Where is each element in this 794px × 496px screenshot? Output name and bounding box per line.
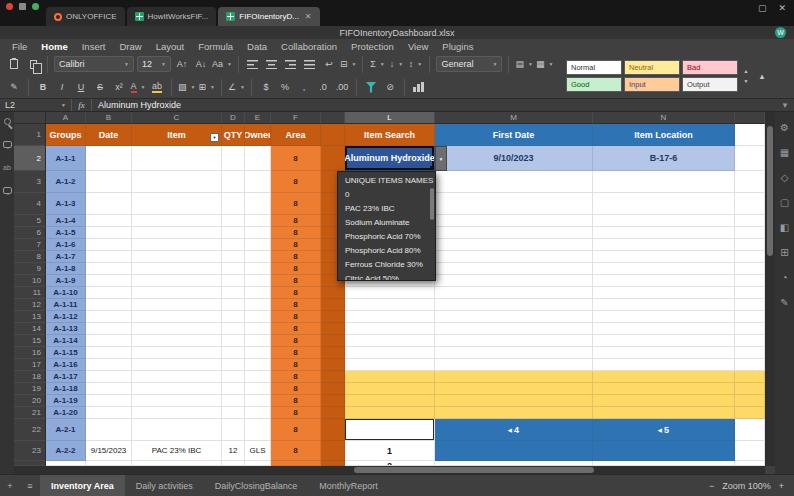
cell-A5[interactable]: A-1-4 [46, 215, 86, 227]
pivot-settings-icon[interactable]: ⊞ [780, 247, 788, 258]
cell-D3[interactable] [222, 171, 245, 193]
decrease-font-button[interactable]: A↓ [193, 56, 209, 72]
cell-X22[interactable] [735, 419, 765, 441]
cell-B4[interactable] [86, 193, 132, 215]
item-filter-button[interactable]: ▼ [210, 133, 219, 142]
copy-button[interactable] [25, 56, 41, 72]
cell-L14[interactable] [345, 323, 435, 335]
cell-N3[interactable] [593, 171, 735, 193]
zoom-in-button[interactable]: + [779, 481, 784, 491]
cell-G14[interactable] [321, 323, 345, 335]
cell-X11[interactable] [735, 287, 765, 299]
cell-N11[interactable] [593, 287, 735, 299]
cell-M16[interactable] [435, 347, 593, 359]
dropdown-scrollbar[interactable] [430, 188, 434, 220]
cell-B5[interactable] [86, 215, 132, 227]
cell-E19[interactable] [245, 383, 271, 395]
align-justify-button[interactable] [302, 56, 318, 72]
cell-E16[interactable] [245, 347, 271, 359]
cell-X18[interactable] [735, 371, 765, 383]
cell-N12[interactable] [593, 299, 735, 311]
cell-style-bad[interactable]: Bad [682, 60, 738, 75]
cell-E21[interactable] [245, 407, 271, 419]
cell-D18[interactable] [222, 371, 245, 383]
cell-C8[interactable] [132, 251, 222, 263]
cell-B11[interactable] [86, 287, 132, 299]
sheet-tab-inventory-area[interactable]: Inventory Area [40, 475, 125, 496]
cell-A17[interactable]: A-1-16 [46, 359, 86, 371]
cell-F12[interactable]: 8 [271, 299, 321, 311]
cell-G15[interactable] [321, 335, 345, 347]
format-as-table-button[interactable]: ▦▼ [536, 56, 553, 72]
cell-X5[interactable] [735, 215, 765, 227]
cell-B17[interactable] [86, 359, 132, 371]
cell-M8[interactable] [435, 251, 593, 263]
cell-G17[interactable] [321, 359, 345, 371]
cell-A13[interactable]: A-1-12 [46, 311, 86, 323]
cell-B9[interactable] [86, 263, 132, 275]
cell-D20[interactable] [222, 395, 245, 407]
cell-M19[interactable] [435, 383, 593, 395]
cell-D14[interactable] [222, 323, 245, 335]
cell-C11[interactable] [132, 287, 222, 299]
cell-L17[interactable] [345, 359, 435, 371]
dropdown-item-3[interactable]: Sodium Aluminate [338, 216, 435, 230]
cell-X15[interactable] [735, 335, 765, 347]
cell-C17[interactable] [132, 359, 222, 371]
cell-X20[interactable] [735, 395, 765, 407]
sheet-list-button[interactable]: ≡ [20, 475, 40, 496]
cell-style-neutral[interactable]: Neutral [624, 60, 680, 75]
wrap-text-button[interactable]: ↩ [321, 56, 337, 72]
cell-G21[interactable] [321, 407, 345, 419]
cell-D2[interactable] [222, 146, 245, 171]
vertical-scrollbar[interactable] [765, 112, 775, 466]
menu-home[interactable]: Home [41, 41, 67, 52]
cell-B19[interactable] [86, 383, 132, 395]
gallery-down-button[interactable]: ▼ [741, 77, 751, 85]
cell-L15[interactable] [345, 335, 435, 347]
column-header-blank[interactable] [321, 112, 345, 124]
cell-E18[interactable] [245, 371, 271, 383]
cell-A18[interactable]: A-1-17 [46, 371, 86, 383]
menu-layout[interactable]: Layout [156, 41, 185, 52]
cell-G18[interactable] [321, 371, 345, 383]
cell-B3[interactable] [86, 171, 132, 193]
cell-C2[interactable] [132, 146, 222, 171]
cell-G2[interactable] [321, 146, 345, 171]
cell-A21[interactable]: A-1-20 [46, 407, 86, 419]
cell-F14[interactable]: 8 [271, 323, 321, 335]
cell-A12[interactable]: A-1-11 [46, 299, 86, 311]
cell-M22[interactable]: ◀4 [435, 419, 593, 441]
cell-F15[interactable]: 8 [271, 335, 321, 347]
cell-A23[interactable]: A-2-2 [46, 441, 86, 461]
cell-C23[interactable]: PAC 23% IBC [132, 441, 222, 461]
row-header-1[interactable]: 1 [14, 124, 46, 146]
cell-A7[interactable]: A-1-6 [46, 239, 86, 251]
cell-D5[interactable] [222, 215, 245, 227]
cell-D17[interactable] [222, 359, 245, 371]
row-header-23[interactable]: 23 [14, 441, 46, 461]
cell-E8[interactable] [245, 251, 271, 263]
cell-A14[interactable]: A-1-13 [46, 323, 86, 335]
cell-G19[interactable] [321, 383, 345, 395]
cell-X9[interactable] [735, 263, 765, 275]
horizontal-scrollbar[interactable] [14, 466, 765, 474]
cell-C9[interactable] [132, 263, 222, 275]
font-name-select[interactable]: Calibri▼ [54, 56, 134, 72]
italic-button[interactable]: I [54, 79, 70, 95]
cell-L16[interactable] [345, 347, 435, 359]
row-header-8[interactable]: 8 [14, 251, 46, 263]
cell-A4[interactable]: A-1-3 [46, 193, 86, 215]
header-cell-groups[interactable]: Groups [46, 124, 86, 146]
cell-D10[interactable] [222, 275, 245, 287]
menu-insert[interactable]: Insert [82, 41, 106, 52]
cell-D7[interactable] [222, 239, 245, 251]
cell-C21[interactable] [132, 407, 222, 419]
slicer-settings-icon[interactable]: ◔ [781, 272, 787, 283]
chat-icon[interactable] [3, 187, 12, 194]
filter-button[interactable] [363, 79, 379, 95]
cell-name-box[interactable]: L2 ▼ [0, 99, 72, 111]
cell-A19[interactable]: A-1-18 [46, 383, 86, 395]
cell-M21[interactable] [435, 407, 593, 419]
cell-B22[interactable] [86, 419, 132, 441]
